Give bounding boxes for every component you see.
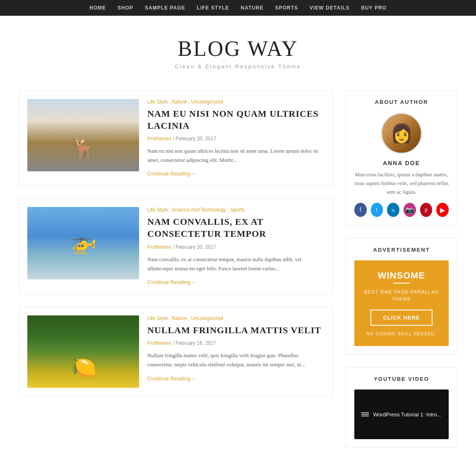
nav-lifestyle[interactable]: LIFE STYLE: [197, 5, 229, 11]
article-image-lemons: [27, 315, 139, 388]
article-author: Prothemes: [147, 340, 171, 346]
nav-buy-pro[interactable]: BUY PRO: [361, 5, 386, 11]
sidebar: ABOUT AUTHOR ANNA DOE Maecenas facilisis…: [346, 90, 457, 460]
article-title: NAM CONVALLIS, EX AT CONSECTETUR TEMPOR: [147, 216, 325, 240]
nav-sports[interactable]: SPORTS: [275, 5, 298, 11]
article-card: Life Style , Science And Technology , Sp…: [19, 198, 333, 294]
author-name: ANNA DOE: [354, 160, 449, 166]
article-body: Life Style , Nature , Uncategorized NULL…: [147, 315, 325, 388]
article-body: Life Style , Science And Technology , Sp…: [147, 207, 325, 285]
site-header: BLOG WAY Clean & Elegant Responsive Them…: [0, 16, 476, 86]
ad-note: NO CODING SKILL NEEDED.: [361, 332, 442, 336]
author-avatar-wrapper: [354, 113, 449, 154]
youtube-lines-icon: [361, 412, 369, 416]
youtube-section: YOUTUBE VIDEO WordPress Tutorial 1: Intr…: [346, 367, 457, 448]
linkedin-icon[interactable]: in: [387, 203, 399, 217]
article-categories: Life Style , Nature , Uncategorized: [147, 99, 325, 105]
author-avatar: [381, 113, 422, 154]
youtube-video-title: WordPress Tutorial 1: Intro...: [373, 411, 441, 418]
author-bio: Maecenas facilisis, ipsum a dapibus matt…: [354, 171, 449, 196]
yt-line-2: [361, 414, 369, 415]
article-title: NAM EU NISI NON QUAM ULTRICES LACINIA: [147, 108, 325, 132]
article-excerpt: Nullam fringilla mattis velit, quis frin…: [147, 351, 325, 369]
page-wrapper: Life Style , Nature , Uncategorized NAM …: [10, 86, 466, 476]
twitter-icon[interactable]: t: [371, 203, 383, 217]
main-content: Life Style , Nature , Uncategorized NAM …: [19, 90, 333, 460]
about-author-section: ABOUT AUTHOR ANNA DOE Maecenas facilisis…: [346, 90, 457, 226]
yt-line-3: [361, 416, 369, 416]
continue-reading-link[interactable]: Continue Reading→: [147, 171, 196, 177]
article-card: Life Style , Nature , Uncategorized NAM …: [19, 90, 333, 186]
advertisement-title: ADVERTISEMENT: [354, 247, 449, 253]
youtube-thumb-content: WordPress Tutorial 1: Intro...: [357, 407, 445, 422]
social-icons: f t in 📷 p ▶: [354, 203, 449, 217]
main-navigation: HOME SHOP SAMPLE PAGE LIFE STYLE NATURE …: [0, 0, 476, 16]
instagram-icon[interactable]: 📷: [404, 203, 416, 217]
article-date: February 20, 2017: [175, 244, 216, 250]
site-tagline: Clean & Elegant Responsive Theme: [8, 63, 468, 70]
continue-reading-link[interactable]: Continue Reading→: [147, 375, 196, 382]
article-categories: Life Style , Science And Technology , Sp…: [147, 207, 325, 213]
facebook-icon[interactable]: f: [354, 203, 367, 217]
about-author-title: ABOUT AUTHOR: [354, 99, 449, 105]
nav-shop[interactable]: SHOP: [118, 5, 133, 11]
youtube-thumbnail[interactable]: WordPress Tutorial 1: Intro...: [354, 389, 449, 439]
article-body: Life Style , Nature , Uncategorized NAM …: [147, 99, 325, 177]
article-excerpt: Nam eu nisi non quam ultrices lacinia no…: [147, 147, 325, 165]
ad-subtitle: BEST ONE PAGE PARALLAX THEME: [361, 288, 442, 302]
ad-title-underline: [393, 283, 410, 284]
site-title: BLOG WAY: [8, 36, 468, 61]
nav-sample-page[interactable]: SAMPLE PAGE: [145, 5, 185, 11]
article-author: Prothemes: [147, 244, 171, 250]
article-image-drone: [27, 207, 139, 279]
article-categories: Life Style , Nature , Uncategorized: [147, 315, 325, 321]
continue-reading-link[interactable]: Continue Reading→: [147, 279, 196, 285]
article-author: Prothemes: [147, 136, 171, 142]
article-meta: Prothemes / February 18, 2017: [147, 340, 325, 346]
advertisement-section: ADVERTISEMENT WINSOME BEST ONE PAGE PARA…: [346, 238, 457, 355]
ad-brand-title: WINSOME: [361, 270, 442, 281]
article-image-deer: [27, 99, 139, 171]
nav-nature[interactable]: NATURE: [241, 5, 264, 11]
yt-line-1: [361, 412, 369, 413]
article-date: February 20, 2017: [175, 136, 216, 142]
article-date: February 18, 2017: [175, 340, 216, 346]
nav-view-details[interactable]: VIEW DETAILS: [310, 5, 349, 11]
nav-home[interactable]: HOME: [89, 5, 106, 11]
article-meta: Prothemes / February 20, 2017: [147, 244, 325, 250]
article-meta: Prothemes / February 20, 2017: [147, 136, 325, 142]
article-excerpt: Nam convallis, ex at consectetur tempor,…: [147, 255, 325, 273]
ad-click-button[interactable]: CLICK HERE: [370, 310, 432, 326]
article-card: Life Style , Nature , Uncategorized NULL…: [19, 307, 333, 397]
pinterest-icon[interactable]: p: [420, 203, 433, 217]
youtube-title: YOUTUBE VIDEO: [354, 376, 449, 382]
article-title: NULLAM FRINGILLA MATTIS VELIT: [147, 325, 325, 337]
ad-box: WINSOME BEST ONE PAGE PARALLAX THEME CLI…: [354, 260, 449, 346]
youtube-icon[interactable]: ▶: [436, 203, 449, 217]
